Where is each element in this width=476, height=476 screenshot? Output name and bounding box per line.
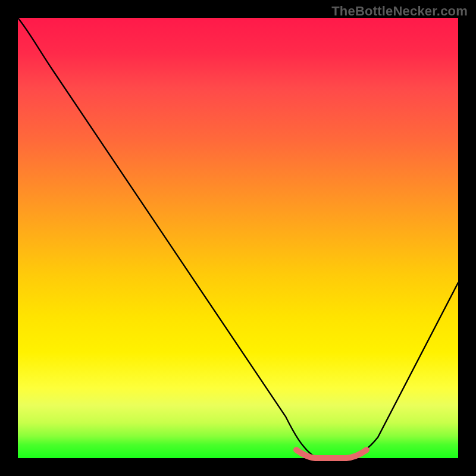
plot-area — [18, 18, 458, 458]
curve-layer — [18, 18, 458, 458]
watermark-text: TheBottleNecker.com — [331, 4, 468, 19]
bottleneck-chart: TheBottleNecker.com — [0, 0, 476, 476]
bottleneck-curve — [18, 18, 458, 458]
